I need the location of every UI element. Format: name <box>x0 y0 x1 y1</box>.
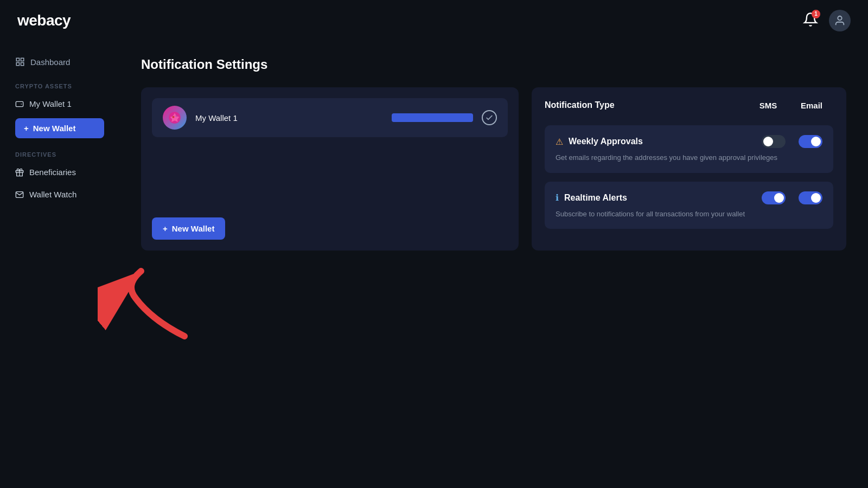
sidebar-item-beneficiaries[interactable]: Beneficiaries <box>9 162 111 182</box>
svg-rect-1 <box>16 58 19 61</box>
svg-rect-2 <box>21 58 24 61</box>
mail-icon <box>15 190 24 199</box>
sidebar-item-label: Dashboard <box>30 57 70 67</box>
page-layout: Dashboard CRYPTO ASSETS My Wallet 1 + Ne… <box>0 41 868 488</box>
crypto-assets-section-label: CRYPTO ASSETS <box>9 74 111 94</box>
realtime-alerts-card: ℹ Realtime Alerts <box>545 182 833 229</box>
realtime-alerts-title: Realtime Alerts <box>564 193 627 203</box>
plus-icon: + <box>24 124 29 133</box>
wallet-panel: My Wallet 1 + New Wallet <box>141 87 519 251</box>
realtime-alerts-title-row: ℹ Realtime Alerts <box>556 192 627 203</box>
email-header: Email <box>790 101 833 110</box>
plus-icon-main: + <box>163 224 168 233</box>
notification-header: Notification Type SMS Email <box>545 100 833 114</box>
app-header: webacy 1 <box>0 0 868 41</box>
wallet-watch-label: Wallet Watch <box>29 190 76 199</box>
sidebar-new-wallet-label: New Wallet <box>33 124 76 133</box>
wallet-avatar <box>163 106 187 130</box>
weekly-approvals-header: ⚠ Weekly Approvals <box>556 135 822 148</box>
warning-icon: ⚠ <box>556 137 563 147</box>
directives-section-label: DIRECTIVES <box>9 143 111 162</box>
weekly-approvals-title: Weekly Approvals <box>569 137 643 146</box>
wallet-card[interactable]: My Wallet 1 <box>152 98 508 137</box>
notification-badge: 1 <box>812 10 820 18</box>
notification-type-header: Notification Type <box>545 100 746 110</box>
sidebar-item-dashboard[interactable]: Dashboard <box>9 52 111 72</box>
user-icon <box>834 15 846 27</box>
realtime-alerts-email-toggle[interactable] <box>799 191 822 204</box>
weekly-approvals-toggles <box>762 135 822 148</box>
toggle-slider <box>799 191 822 204</box>
weekly-approvals-title-row: ⚠ Weekly Approvals <box>556 137 643 147</box>
wallet-card-name: My Wallet 1 <box>195 113 383 123</box>
svg-point-0 <box>838 16 841 20</box>
wallet-avatar-icon <box>168 111 181 124</box>
check-icon <box>485 113 494 122</box>
toggle-slider <box>799 135 822 148</box>
sidebar: Dashboard CRYPTO ASSETS My Wallet 1 + Ne… <box>0 41 119 488</box>
page-title: Notification Settings <box>141 57 846 72</box>
beneficiaries-label: Beneficiaries <box>29 168 76 177</box>
weekly-approvals-sms-toggle[interactable] <box>762 135 786 148</box>
main-new-wallet-label: New Wallet <box>172 224 215 233</box>
sidebar-new-wallet-button[interactable]: + New Wallet <box>15 118 104 138</box>
user-avatar[interactable] <box>829 10 851 31</box>
wallet-icon <box>15 100 24 108</box>
realtime-alerts-header: ℹ Realtime Alerts <box>556 191 822 204</box>
svg-rect-4 <box>16 63 19 66</box>
sidebar-item-my-wallet[interactable]: My Wallet 1 <box>9 94 111 114</box>
realtime-alerts-toggles <box>762 191 822 204</box>
realtime-alerts-desc: Subscribe to notifications for all trans… <box>556 209 822 220</box>
header-actions: 1 <box>803 10 851 31</box>
main-content: Notification Settings My Wallet 1 <box>119 41 868 488</box>
svg-rect-3 <box>21 63 24 66</box>
svg-point-11 <box>175 115 177 117</box>
weekly-approvals-email-toggle[interactable] <box>799 135 822 148</box>
wallet-check-icon <box>482 110 497 125</box>
main-new-wallet-button[interactable]: + New Wallet <box>152 217 225 240</box>
notifications-panel: Notification Type SMS Email ⚠ Weekly App… <box>532 87 846 251</box>
info-icon: ℹ <box>556 192 559 203</box>
weekly-approvals-desc: Get emails regarding the addresses you h… <box>556 152 822 163</box>
annotation-arrow <box>119 255 206 347</box>
svg-point-10 <box>173 116 175 118</box>
toggle-slider <box>762 191 786 204</box>
dashboard-icon <box>15 57 25 67</box>
content-grid: My Wallet 1 + New Wallet Not <box>141 87 846 251</box>
svg-rect-5 <box>16 101 23 106</box>
notifications-bell[interactable]: 1 <box>803 12 818 29</box>
gift-icon <box>15 168 24 177</box>
realtime-alerts-sms-toggle[interactable] <box>762 191 786 204</box>
toggle-slider <box>762 135 786 148</box>
wallet-progress-bar <box>392 113 473 122</box>
weekly-approvals-card: ⚠ Weekly Approvals <box>545 125 833 173</box>
app-logo: webacy <box>17 12 71 29</box>
sms-header: SMS <box>746 101 790 110</box>
sidebar-item-wallet-watch[interactable]: Wallet Watch <box>9 184 111 204</box>
sidebar-wallet-label: My Wallet 1 <box>29 99 72 108</box>
